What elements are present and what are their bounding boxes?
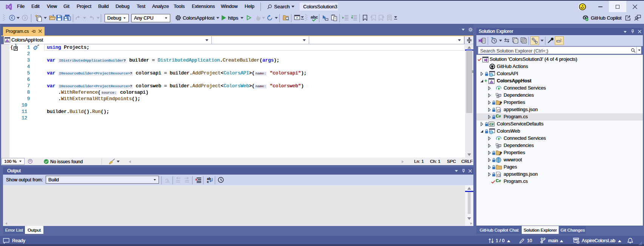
svg-text:{}: {} (497, 173, 501, 176)
svg-text:C#: C# (490, 122, 494, 126)
svg-text:c: c (207, 180, 209, 183)
svg-text:{}: {} (497, 108, 501, 112)
